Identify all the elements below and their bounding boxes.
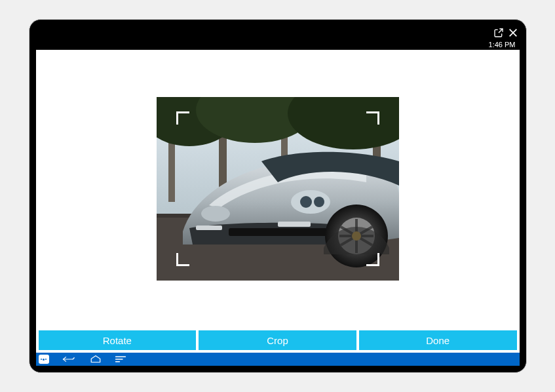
home-icon[interactable] — [90, 355, 102, 363]
svg-rect-10 — [229, 228, 327, 236]
photo-image — [157, 97, 399, 281]
status-bar: 1:46 PM — [36, 39, 520, 50]
share-icon[interactable] — [493, 28, 504, 38]
crop-handle-bottom-right[interactable] — [366, 253, 379, 266]
window-top-bar — [36, 26, 520, 39]
crop-button[interactable]: Crop — [199, 330, 356, 350]
crop-handle-top-right[interactable] — [366, 111, 379, 125]
tablet-screen: 1:46 PM — [36, 26, 520, 366]
action-button-row: Rotate Crop Done — [36, 328, 520, 353]
svg-rect-16 — [196, 225, 222, 230]
android-nav-bar — [36, 353, 520, 366]
photo-preview[interactable] — [157, 97, 399, 281]
close-icon[interactable] — [508, 28, 518, 38]
done-button[interactable]: Done — [359, 330, 517, 350]
status-time: 1:46 PM — [489, 41, 516, 49]
svg-point-12 — [300, 196, 312, 208]
back-icon[interactable] — [62, 355, 77, 363]
image-canvas — [36, 50, 520, 328]
svg-point-14 — [201, 206, 230, 222]
teamviewer-icon[interactable] — [39, 355, 49, 364]
app-area: Rotate Crop Done — [36, 50, 520, 366]
svg-point-13 — [314, 197, 324, 207]
svg-rect-15 — [278, 222, 311, 227]
recent-apps-icon[interactable] — [115, 355, 126, 363]
crop-handle-top-left[interactable] — [176, 111, 189, 125]
rotate-button[interactable]: Rotate — [39, 330, 197, 350]
crop-handle-bottom-left[interactable] — [176, 253, 189, 266]
tablet-frame: 1:46 PM — [29, 19, 527, 373]
